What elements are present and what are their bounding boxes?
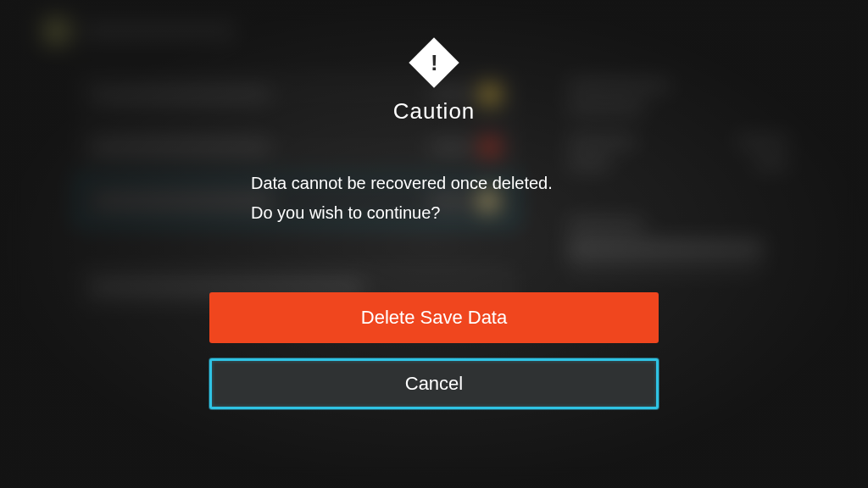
dialog-message: Data cannot be recovered once deleted. D… xyxy=(205,169,553,228)
cancel-button[interactable]: Cancel xyxy=(209,358,659,409)
button-label: Delete Save Data xyxy=(361,307,507,329)
button-label: Cancel xyxy=(405,373,463,395)
dialog-message-line: Do you wish to continue? xyxy=(251,198,553,228)
caution-dialog: ! Caution Data cannot be recovered once … xyxy=(205,39,663,424)
delete-save-data-button[interactable]: Delete Save Data xyxy=(209,292,659,343)
caution-icon: ! xyxy=(410,39,458,86)
dialog-title: Caution xyxy=(393,98,476,125)
dialog-message-line: Data cannot be recovered once deleted. xyxy=(251,169,553,198)
